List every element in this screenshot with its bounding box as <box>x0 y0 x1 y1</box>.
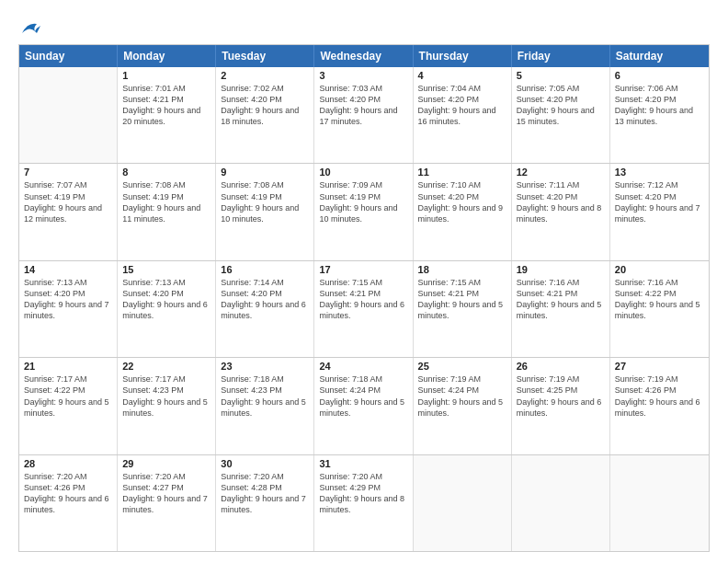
day-number: 15 <box>122 264 210 275</box>
calendar-cell: 20Sunrise: 7:16 AMSunset: 4:22 PMDayligh… <box>610 261 709 357</box>
calendar-cell: 17Sunrise: 7:15 AMSunset: 4:21 PMDayligh… <box>314 261 413 357</box>
day-info: Sunrise: 7:16 AMSunset: 4:21 PMDaylight:… <box>517 277 605 322</box>
day-number: 19 <box>517 264 605 275</box>
day-number: 12 <box>517 167 605 178</box>
calendar-cell: 26Sunrise: 7:19 AMSunset: 4:25 PMDayligh… <box>512 358 610 454</box>
day-number: 30 <box>221 458 309 469</box>
day-number: 21 <box>24 361 112 372</box>
calendar-cell <box>512 455 610 551</box>
calendar-cell: 7Sunrise: 7:07 AMSunset: 4:19 PMDaylight… <box>19 164 118 259</box>
calendar-cell: 10Sunrise: 7:09 AMSunset: 4:19 PMDayligh… <box>314 164 413 259</box>
calendar-row-4: 28Sunrise: 7:20 AMSunset: 4:26 PMDayligh… <box>19 454 709 551</box>
calendar-cell: 1Sunrise: 7:01 AMSunset: 4:21 PMDaylight… <box>118 67 216 163</box>
calendar-cell: 5Sunrise: 7:05 AMSunset: 4:20 PMDaylight… <box>512 67 610 163</box>
day-info: Sunrise: 7:20 AMSunset: 4:29 PMDaylight:… <box>319 471 407 516</box>
day-number: 29 <box>122 458 210 469</box>
calendar-cell: 28Sunrise: 7:20 AMSunset: 4:26 PMDayligh… <box>19 455 118 551</box>
day-info: Sunrise: 7:20 AMSunset: 4:28 PMDaylight:… <box>221 471 309 516</box>
day-number: 13 <box>615 167 704 178</box>
calendar-cell: 3Sunrise: 7:03 AMSunset: 4:20 PMDaylight… <box>314 67 413 163</box>
day-info: Sunrise: 7:17 AMSunset: 4:23 PMDaylight:… <box>122 373 210 419</box>
calendar-cell: 14Sunrise: 7:13 AMSunset: 4:20 PMDayligh… <box>19 261 118 357</box>
weekday-header-tuesday: Tuesday <box>216 45 314 67</box>
day-info: Sunrise: 7:08 AMSunset: 4:19 PMDaylight:… <box>221 179 309 224</box>
calendar-cell: 12Sunrise: 7:11 AMSunset: 4:20 PMDayligh… <box>512 164 610 259</box>
day-info: Sunrise: 7:02 AMSunset: 4:20 PMDaylight:… <box>221 83 309 128</box>
day-info: Sunrise: 7:03 AMSunset: 4:20 PMDaylight:… <box>319 83 407 128</box>
day-info: Sunrise: 7:05 AMSunset: 4:20 PMDaylight:… <box>517 83 605 128</box>
day-number: 6 <box>615 70 704 81</box>
calendar-body: 1Sunrise: 7:01 AMSunset: 4:21 PMDaylight… <box>19 67 709 551</box>
weekday-header-sunday: Sunday <box>19 45 118 67</box>
day-info: Sunrise: 7:10 AMSunset: 4:20 PMDaylight:… <box>418 179 506 224</box>
day-info: Sunrise: 7:09 AMSunset: 4:19 PMDaylight:… <box>319 179 407 224</box>
day-number: 1 <box>122 70 210 81</box>
day-number: 17 <box>319 264 407 275</box>
calendar-cell: 27Sunrise: 7:19 AMSunset: 4:26 PMDayligh… <box>610 358 709 454</box>
calendar-cell: 31Sunrise: 7:20 AMSunset: 4:29 PMDayligh… <box>314 455 413 551</box>
day-info: Sunrise: 7:11 AMSunset: 4:20 PMDaylight:… <box>517 179 605 224</box>
calendar-cell: 30Sunrise: 7:20 AMSunset: 4:28 PMDayligh… <box>216 455 314 551</box>
calendar-cell: 19Sunrise: 7:16 AMSunset: 4:21 PMDayligh… <box>512 261 610 357</box>
calendar-cell: 11Sunrise: 7:10 AMSunset: 4:20 PMDayligh… <box>414 164 512 259</box>
day-number: 26 <box>517 361 605 372</box>
day-number: 4 <box>418 70 506 81</box>
day-info: Sunrise: 7:15 AMSunset: 4:21 PMDaylight:… <box>319 277 407 322</box>
weekday-header-wednesday: Wednesday <box>314 45 413 67</box>
calendar-cell: 21Sunrise: 7:17 AMSunset: 4:22 PMDayligh… <box>19 358 118 454</box>
day-info: Sunrise: 7:06 AMSunset: 4:20 PMDaylight:… <box>615 83 704 128</box>
calendar-cell: 4Sunrise: 7:04 AMSunset: 4:20 PMDaylight… <box>414 67 512 163</box>
calendar-cell: 23Sunrise: 7:18 AMSunset: 4:23 PMDayligh… <box>216 358 314 454</box>
calendar-header: SundayMondayTuesdayWednesdayThursdayFrid… <box>19 45 709 67</box>
day-number: 20 <box>615 264 704 275</box>
day-info: Sunrise: 7:20 AMSunset: 4:26 PMDaylight:… <box>24 471 112 516</box>
calendar-cell: 29Sunrise: 7:20 AMSunset: 4:27 PMDayligh… <box>118 455 216 551</box>
day-number: 22 <box>122 361 210 372</box>
calendar: SundayMondayTuesdayWednesdayThursdayFrid… <box>18 44 710 552</box>
header <box>18 17 710 37</box>
day-info: Sunrise: 7:01 AMSunset: 4:21 PMDaylight:… <box>122 83 210 128</box>
day-info: Sunrise: 7:18 AMSunset: 4:24 PMDaylight:… <box>319 373 407 419</box>
calendar-row-3: 21Sunrise: 7:17 AMSunset: 4:22 PMDayligh… <box>19 357 709 454</box>
day-info: Sunrise: 7:20 AMSunset: 4:27 PMDaylight:… <box>122 471 210 516</box>
day-number: 2 <box>221 70 309 81</box>
day-info: Sunrise: 7:08 AMSunset: 4:19 PMDaylight:… <box>122 179 210 224</box>
calendar-cell: 24Sunrise: 7:18 AMSunset: 4:24 PMDayligh… <box>314 358 413 454</box>
day-info: Sunrise: 7:14 AMSunset: 4:20 PMDaylight:… <box>221 277 309 322</box>
weekday-header-thursday: Thursday <box>414 45 512 67</box>
weekday-header-saturday: Saturday <box>610 45 709 67</box>
calendar-cell: 25Sunrise: 7:19 AMSunset: 4:24 PMDayligh… <box>414 358 512 454</box>
calendar-row-0: 1Sunrise: 7:01 AMSunset: 4:21 PMDaylight… <box>19 67 709 163</box>
calendar-cell: 9Sunrise: 7:08 AMSunset: 4:19 PMDaylight… <box>216 164 314 259</box>
calendar-row-2: 14Sunrise: 7:13 AMSunset: 4:20 PMDayligh… <box>19 260 709 357</box>
calendar-cell: 16Sunrise: 7:14 AMSunset: 4:20 PMDayligh… <box>216 261 314 357</box>
calendar-cell: 18Sunrise: 7:15 AMSunset: 4:21 PMDayligh… <box>414 261 512 357</box>
day-number: 9 <box>221 167 309 178</box>
calendar-cell <box>19 67 118 163</box>
day-number: 3 <box>319 70 407 81</box>
weekday-header-friday: Friday <box>512 45 610 67</box>
day-number: 31 <box>319 458 407 469</box>
day-number: 7 <box>24 167 112 178</box>
day-info: Sunrise: 7:12 AMSunset: 4:20 PMDaylight:… <box>615 179 704 224</box>
day-info: Sunrise: 7:04 AMSunset: 4:20 PMDaylight:… <box>418 83 506 128</box>
calendar-cell <box>414 455 512 551</box>
day-number: 8 <box>122 167 210 178</box>
calendar-cell <box>610 455 709 551</box>
day-info: Sunrise: 7:07 AMSunset: 4:19 PMDaylight:… <box>24 179 112 224</box>
calendar-cell: 22Sunrise: 7:17 AMSunset: 4:23 PMDayligh… <box>118 358 216 454</box>
day-info: Sunrise: 7:19 AMSunset: 4:24 PMDaylight:… <box>418 373 506 419</box>
day-info: Sunrise: 7:16 AMSunset: 4:22 PMDaylight:… <box>615 277 704 322</box>
logo <box>18 20 40 37</box>
day-number: 28 <box>24 458 112 469</box>
day-info: Sunrise: 7:13 AMSunset: 4:20 PMDaylight:… <box>24 277 112 322</box>
day-number: 14 <box>24 264 112 275</box>
page: SundayMondayTuesdayWednesdayThursdayFrid… <box>0 0 728 563</box>
day-info: Sunrise: 7:19 AMSunset: 4:26 PMDaylight:… <box>615 373 704 419</box>
day-number: 18 <box>418 264 506 275</box>
day-info: Sunrise: 7:17 AMSunset: 4:22 PMDaylight:… <box>24 373 112 419</box>
weekday-header-monday: Monday <box>118 45 216 67</box>
day-info: Sunrise: 7:15 AMSunset: 4:21 PMDaylight:… <box>418 277 506 322</box>
day-number: 24 <box>319 361 407 372</box>
day-number: 5 <box>517 70 605 81</box>
